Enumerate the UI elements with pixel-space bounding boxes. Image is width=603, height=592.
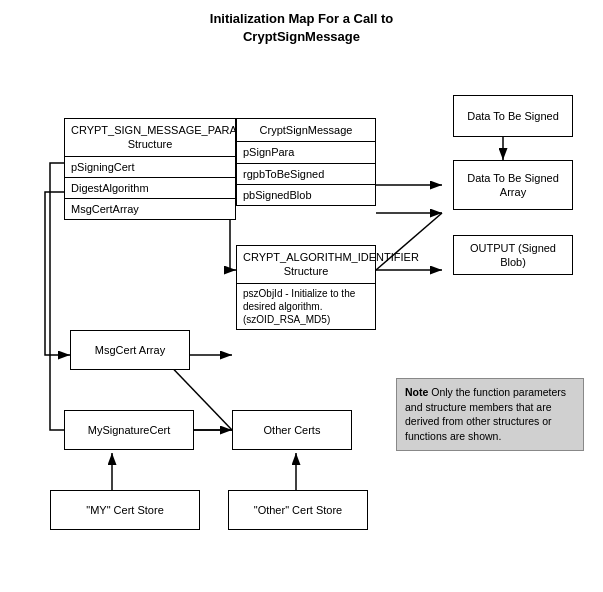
other-cert-store-box: "Other" Cert Store bbox=[228, 490, 368, 530]
crypt-sign-message-box: CryptSignMessage pSignPara rgpbToBeSigne… bbox=[236, 118, 376, 206]
my-cert-store-box: "MY" Cert Store bbox=[50, 490, 200, 530]
msg-cert-array-box: MsgCert Array bbox=[70, 330, 190, 370]
diagram-container: Initialization Map For a Call to CryptSi… bbox=[0, 0, 603, 592]
crypt-sign-para-header: CRYPT_SIGN_MESSAGE_PARA Structure bbox=[65, 119, 235, 157]
crypt-algo-header: CRYPT_ALGORITHM_IDENTIFIER Structure bbox=[237, 246, 375, 284]
crypt-algo-box: CRYPT_ALGORITHM_IDENTIFIER Structure psz… bbox=[236, 245, 376, 330]
crypt-sign-message-header: CryptSignMessage bbox=[237, 119, 375, 142]
my-signature-cert-box: MySignatureCert bbox=[64, 410, 194, 450]
note-box: Note Only the function parameters and st… bbox=[396, 378, 584, 451]
crypt-sign-message-row-2: rgpbToBeSigned bbox=[237, 164, 375, 185]
data-to-be-signed-box: Data To Be Signed bbox=[453, 95, 573, 137]
crypt-sign-message-row-3: pbSignedBlob bbox=[237, 185, 375, 205]
data-to-be-signed-array-box: Data To Be Signed Array bbox=[453, 160, 573, 210]
crypt-algo-row-1: pszObjId - Initialize to the desired alg… bbox=[237, 284, 375, 329]
crypt-sign-para-row-1: pSigningCert bbox=[65, 157, 235, 178]
crypt-sign-para-row-3: MsgCertArray bbox=[65, 199, 235, 219]
note-text: Only the function parameters and structu… bbox=[405, 386, 566, 442]
crypt-sign-message-row-1: pSignPara bbox=[237, 142, 375, 163]
crypt-sign-para-row-2: DigestAlgorithm bbox=[65, 178, 235, 199]
crypt-sign-para-box: CRYPT_SIGN_MESSAGE_PARA Structure pSigni… bbox=[64, 118, 236, 220]
other-certs-box: Other Certs bbox=[232, 410, 352, 450]
output-signed-blob-box: OUTPUT (Signed Blob) bbox=[453, 235, 573, 275]
page-title: Initialization Map For a Call to CryptSi… bbox=[0, 0, 603, 46]
note-label: Note bbox=[405, 386, 428, 398]
